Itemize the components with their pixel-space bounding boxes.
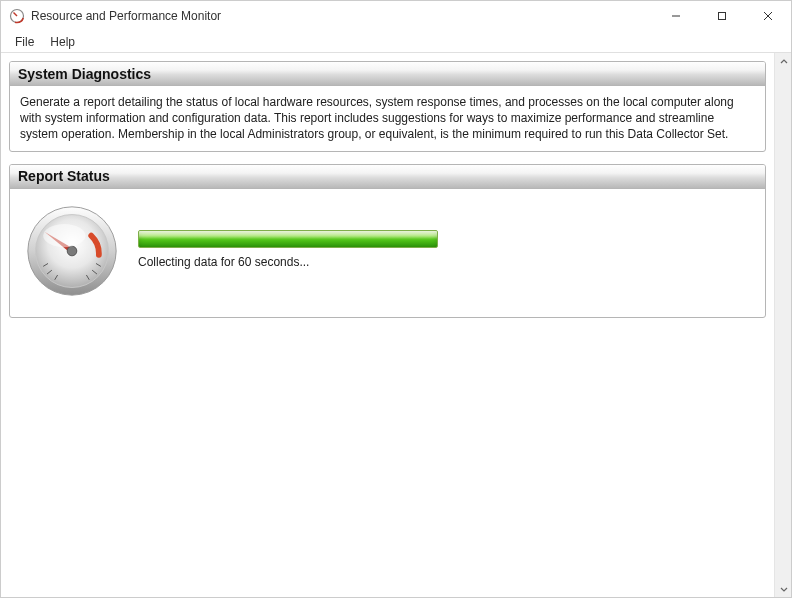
svg-line-2 bbox=[14, 13, 18, 17]
panel-body-report-status: Collecting data for 60 seconds... bbox=[10, 189, 765, 317]
vertical-scrollbar[interactable] bbox=[774, 53, 791, 597]
progress-bar bbox=[138, 230, 438, 248]
panel-system-diagnostics: System Diagnostics Generate a report det… bbox=[9, 61, 766, 152]
diagnostics-description: Generate a report detailing the status o… bbox=[20, 95, 734, 141]
menubar: File Help bbox=[1, 31, 791, 53]
svg-point-17 bbox=[43, 224, 85, 247]
panel-title: Report Status bbox=[18, 168, 110, 184]
panel-body-system-diagnostics: Generate a report detailing the status o… bbox=[10, 86, 765, 151]
window-title: Resource and Performance Monitor bbox=[31, 9, 221, 23]
panel-title: System Diagnostics bbox=[18, 66, 151, 82]
scroll-up-icon[interactable] bbox=[775, 53, 792, 70]
panel-report-status: Report Status bbox=[9, 164, 766, 318]
minimize-button[interactable] bbox=[653, 1, 699, 31]
menu-help[interactable]: Help bbox=[42, 33, 83, 51]
close-button[interactable] bbox=[745, 1, 791, 31]
panel-header-system-diagnostics[interactable]: System Diagnostics bbox=[10, 62, 765, 86]
window-controls bbox=[653, 1, 791, 31]
menu-file[interactable]: File bbox=[7, 33, 42, 51]
svg-rect-4 bbox=[719, 13, 726, 20]
titlebar: Resource and Performance Monitor bbox=[1, 1, 791, 31]
scroll-down-icon[interactable] bbox=[775, 580, 792, 597]
content-area: System Diagnostics Generate a report det… bbox=[1, 53, 774, 597]
svg-point-16 bbox=[67, 246, 77, 256]
client-area: System Diagnostics Generate a report det… bbox=[1, 53, 791, 597]
app-icon bbox=[9, 8, 25, 24]
status-text: Collecting data for 60 seconds... bbox=[138, 254, 751, 270]
maximize-button[interactable] bbox=[699, 1, 745, 31]
gauge-icon bbox=[24, 203, 120, 299]
panel-header-report-status[interactable]: Report Status bbox=[10, 165, 765, 189]
